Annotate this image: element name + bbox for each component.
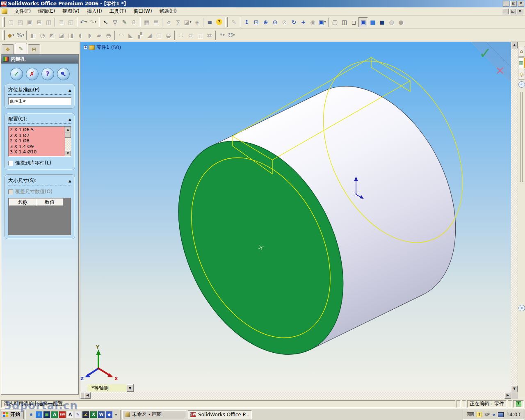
design-library-icon[interactable]: ◎: [518, 69, 525, 80]
toolbar-grip[interactable]: [225, 17, 228, 27]
cad-app-icon[interactable]: A: [51, 411, 58, 418]
scroll-down-icon[interactable]: ▼: [511, 386, 518, 392]
zoom-area-icon[interactable]: ⊡: [251, 17, 261, 27]
zoom-in-out-icon[interactable]: ⊕: [261, 17, 270, 27]
cancel-button[interactable]: ✗: [26, 68, 39, 80]
scroll-down-icon[interactable]: ▼: [65, 151, 71, 156]
menu-e[interactable]: 编辑(E): [34, 7, 59, 16]
sketch-icon[interactable]: ✎: [120, 17, 129, 27]
excel-icon[interactable]: X: [90, 411, 97, 418]
undo-icon[interactable]: ↶▾: [79, 17, 88, 27]
word-icon[interactable]: W: [98, 411, 105, 418]
app1-icon[interactable]: ▦: [43, 411, 50, 418]
horizontal-scrollbar[interactable]: ◀ ▶: [80, 392, 511, 399]
checkbox-icon[interactable]: [8, 161, 13, 166]
options-icon[interactable]: ≡: [205, 17, 215, 27]
task-button-solidworks[interactable]: SW SolidWorks Office P...: [188, 410, 252, 419]
scroll-up-icon[interactable]: ▲: [65, 127, 71, 132]
solidworks-resources-icon[interactable]: ▥: [518, 57, 525, 68]
menu-v[interactable]: 视图(V): [59, 7, 83, 16]
scroll-right-icon[interactable]: ▶: [504, 392, 511, 399]
orientation-plane-input[interactable]: [8, 97, 71, 105]
quick-tips-icon[interactable]: ?: [516, 401, 521, 406]
reference-geometry-icon[interactable]: *▾: [217, 30, 227, 40]
solidworks-quicklaunch-icon[interactable]: SW: [59, 411, 66, 418]
confirm-cancel-icon[interactable]: ✕: [495, 64, 505, 77]
hidden-lines-removed-icon[interactable]: ◻: [349, 17, 358, 27]
dropdown-caret-icon[interactable]: ▾: [12, 33, 14, 37]
pane-splitter[interactable]: [520, 92, 523, 182]
tab-propertymanager[interactable]: ✎: [15, 43, 27, 54]
restore-button[interactable]: ◱: [510, 1, 517, 7]
collapse-arrow-icon[interactable]: ▲: [68, 88, 71, 92]
pin-button[interactable]: [57, 68, 70, 80]
messenger-icon[interactable]: i: [36, 411, 42, 418]
select-filter-icon[interactable]: ▽: [110, 17, 120, 27]
quick-launch-overflow-icon[interactable]: »: [114, 412, 118, 417]
network-tray-icon[interactable]: [498, 412, 504, 417]
shadows-icon[interactable]: ◼: [377, 17, 387, 27]
dropdown-caret-icon[interactable]: ▾: [223, 33, 224, 37]
dropdown-caret-icon[interactable]: ▾: [95, 20, 96, 24]
combo-dropdown-icon[interactable]: ▼: [127, 384, 133, 392]
vertical-scrollbar[interactable]: ▲ ▼: [511, 42, 518, 392]
doc-minimize-button[interactable]: _: [502, 9, 509, 14]
menu-i[interactable]: 插入(I): [83, 7, 106, 16]
dropdown-caret-icon[interactable]: ▾: [233, 33, 235, 37]
standard-views-icon[interactable]: ▣▾: [317, 17, 327, 27]
configuration-listbox[interactable]: 2 X 1 Ø6.52 X 1 Ø72 X 1 Ø83 X 1.4 Ø93 X …: [8, 126, 71, 157]
tab-configurationmanager[interactable]: ⊟: [28, 44, 40, 54]
shaded-with-edges-icon[interactable]: ▣: [358, 17, 368, 27]
task-button-paint[interactable]: 未命名 - 画图: [122, 410, 186, 419]
menu-t[interactable]: 工具(T): [106, 7, 130, 16]
language-bar-icon[interactable]: ◱▾: [484, 413, 490, 416]
lambda-app-icon[interactable]: Λ: [67, 411, 73, 418]
config-option[interactable]: 2 X 1 Ø6.5: [10, 127, 65, 133]
home-icon[interactable]: ⌂: [518, 46, 525, 57]
pan-icon[interactable]: +: [299, 17, 308, 27]
menu-w[interactable]: 窗口(W): [130, 7, 155, 16]
confirm-ok-icon[interactable]: ✓: [479, 45, 491, 62]
drafting-app-icon[interactable]: ∠: [82, 411, 89, 418]
tree-part-name[interactable]: 零件1: [96, 44, 110, 51]
dropdown-caret-icon[interactable]: ▾: [23, 33, 24, 37]
collapse-arrow-icon[interactable]: ▲: [68, 179, 71, 183]
toolbar-grip[interactable]: [2, 30, 5, 40]
tab-featuremanager[interactable]: ❖: [2, 44, 14, 54]
hide-icons-chevron-icon[interactable]: «: [492, 412, 495, 417]
link-to-library-checkbox[interactable]: 链接到库零件(L): [8, 160, 71, 167]
start-button[interactable]: 开始: [1, 410, 24, 419]
pane-splitter-handle[interactable]: [80, 392, 84, 399]
dimension-tools-icon[interactable]: %▾: [16, 30, 25, 40]
scrollbar-thumb[interactable]: [65, 132, 71, 138]
config-list-scrollbar[interactable]: ▲ ▼: [65, 127, 71, 156]
viewport-canvas[interactable]: Y X Z ✓ ✕: [80, 42, 511, 392]
dropdown-caret-icon[interactable]: ▾: [324, 20, 326, 24]
shaded-icon[interactable]: ■: [368, 17, 377, 27]
menu-h[interactable]: 帮助(H): [156, 7, 180, 16]
select-icon[interactable]: ↖: [101, 17, 110, 27]
view-orientation-combo[interactable]: *等轴测 ▼: [87, 384, 134, 392]
menu-f[interactable]: 文件(F): [11, 7, 34, 16]
help-note-tray-icon[interactable]: ?: [477, 412, 482, 417]
column-header-name[interactable]: 名称: [9, 199, 36, 206]
config-option[interactable]: 2 X 1 Ø8: [10, 138, 65, 144]
keyboard-tray-icon[interactable]: ⌨: [466, 412, 474, 417]
sketch-app-icon[interactable]: ✎: [75, 411, 81, 418]
column-header-value[interactable]: 数值: [36, 199, 63, 206]
collapse-pane-icon[interactable]: «: [518, 81, 525, 88]
dropdown-caret-icon[interactable]: ▾: [190, 20, 192, 24]
media-app-icon[interactable]: ◆: [106, 411, 112, 418]
dropdown-caret-icon[interactable]: ▾: [85, 20, 87, 24]
curves-icon[interactable]: Ʊ▾: [227, 30, 236, 40]
minimize-button[interactable]: _: [503, 1, 509, 7]
config-option[interactable]: 2 X 1 Ø7: [10, 133, 65, 139]
help-icon[interactable]: ?: [215, 17, 224, 27]
collapse-arrow-icon[interactable]: ▲: [68, 117, 71, 121]
scroll-left-icon[interactable]: ◀: [84, 392, 91, 399]
ie-icon[interactable]: e: [28, 411, 34, 418]
status-help-pane[interactable]: ?: [513, 400, 524, 408]
help-button[interactable]: ?: [41, 68, 54, 80]
ok-button[interactable]: ✓: [10, 68, 23, 80]
close-button[interactable]: ✕: [518, 1, 524, 7]
